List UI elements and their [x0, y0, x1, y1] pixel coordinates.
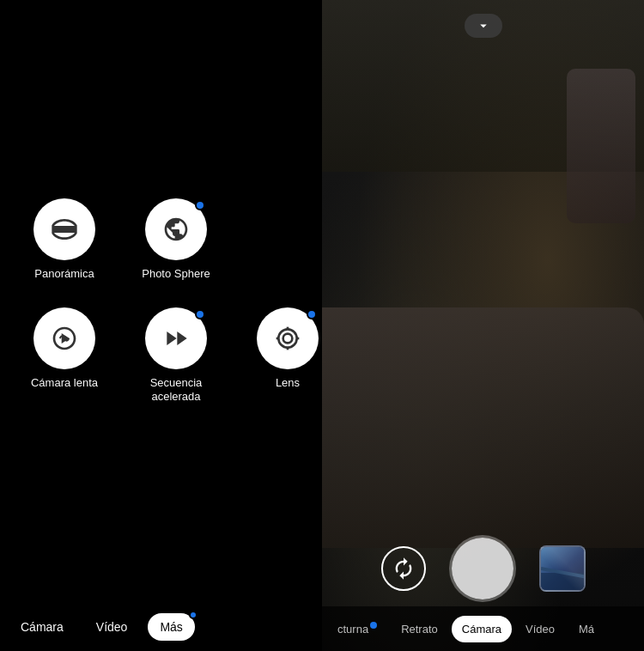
gallery-image — [541, 547, 586, 592]
svg-rect-8 — [541, 573, 586, 592]
mode-item-camara-lenta[interactable]: Cámara lenta — [26, 307, 103, 391]
bottom-tabs-left: Cámara Vídeo Más — [0, 603, 322, 651]
gallery-thumbnail[interactable] — [539, 545, 586, 592]
couch-arm — [567, 69, 635, 223]
mas-tab-dot — [189, 611, 197, 619]
shutter-button[interactable] — [452, 538, 513, 599]
left-panel: Panorámica Photo Sphere — [0, 0, 322, 651]
mode-item-photo-sphere[interactable]: Photo Sphere — [137, 198, 215, 282]
nocturna-dot — [370, 622, 377, 629]
secuencia-dot — [195, 309, 205, 319]
tab-nocturna[interactable]: cturna — [327, 615, 387, 642]
bottom-tabs-right: cturna Retrato Cámara Vídeo Má — [322, 606, 644, 651]
lens-dot — [307, 309, 317, 319]
rotate-icon — [392, 557, 416, 581]
mode-item-secuencia-acelerada[interactable]: Secuencia acelerada — [137, 307, 215, 405]
tab-camara-left[interactable]: Cámara — [9, 613, 76, 641]
mode-icon-wrapper-panoramica — [33, 198, 95, 260]
tab-video-right[interactable]: Vídeo — [515, 616, 565, 642]
panoramica-label: Panorámica — [34, 267, 94, 282]
sphere-svg — [162, 216, 190, 243]
rotate-camera-button[interactable] — [381, 546, 426, 591]
mode-item-panoramica[interactable]: Panorámica — [26, 198, 103, 282]
lens-svg — [274, 325, 301, 352]
dropdown-button[interactable] — [465, 14, 502, 38]
svg-line-9 — [541, 569, 586, 577]
camara-lenta-label: Cámara lenta — [31, 376, 98, 391]
mode-icon-wrapper-secuencia — [145, 307, 207, 369]
mode-icon-wrapper-photo-sphere — [145, 198, 207, 260]
chevron-down-icon — [476, 18, 491, 33]
mode-icon-wrapper-camara-lenta — [33, 307, 95, 369]
photo-sphere-label: Photo Sphere — [142, 267, 210, 282]
right-panel: cturna Retrato Cámara Vídeo Má — [322, 0, 644, 651]
slow-motion-icon — [33, 307, 95, 369]
tab-video-left[interactable]: Vídeo — [84, 613, 140, 641]
svg-point-1 — [278, 329, 296, 347]
tab-retrato[interactable]: Retrato — [391, 616, 448, 642]
mode-row-2: Cámara lenta Secuencia acelerada — [26, 307, 326, 405]
tab-camara-right[interactable]: Cámara — [452, 616, 512, 642]
tab-mas-left[interactable]: Más — [148, 613, 194, 641]
mode-icon-wrapper-lens — [257, 307, 319, 369]
couch-shape — [322, 307, 644, 548]
panorama-icon — [33, 198, 95, 260]
panorama-svg — [51, 216, 78, 243]
tab-mas-right[interactable]: Má — [568, 616, 605, 642]
svg-rect-7 — [541, 547, 586, 592]
mode-grid: Panorámica Photo Sphere — [0, 0, 322, 603]
lens-label: Lens — [276, 376, 300, 391]
svg-point-2 — [283, 333, 293, 343]
mode-item-lens[interactable]: Lens — [249, 307, 326, 391]
fast-forward-svg — [162, 325, 190, 352]
secuencia-label: Secuencia acelerada — [137, 376, 215, 405]
mode-row-1: Panorámica Photo Sphere — [26, 198, 215, 282]
photo-sphere-dot — [195, 200, 205, 210]
camera-controls — [322, 538, 644, 599]
slow-motion-svg — [51, 325, 78, 352]
